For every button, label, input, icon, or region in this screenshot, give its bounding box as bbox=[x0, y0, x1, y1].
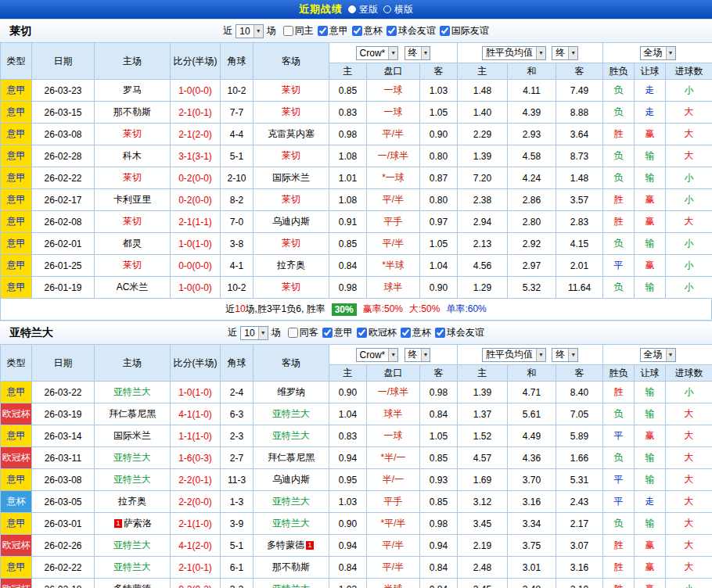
team-name-link[interactable]: 亚特兰大 bbox=[113, 386, 151, 397]
checkbox-label: 意杯 bbox=[364, 24, 383, 38]
team-name-link[interactable]: 拜仁慕尼黑 bbox=[109, 408, 156, 419]
team-name-link[interactable]: 国际米兰 bbox=[272, 172, 310, 183]
team-name-link[interactable]: 拉齐奥 bbox=[118, 496, 146, 507]
avg-type-select[interactable]: 胜平负均值▼ bbox=[482, 46, 546, 60]
filter-checkbox-意甲[interactable]: 意甲 bbox=[318, 24, 348, 38]
recent-count-select[interactable]: 10▼ bbox=[240, 326, 268, 340]
score-cell[interactable]: 2-1(0-1) bbox=[171, 102, 221, 124]
checkbox-input[interactable] bbox=[352, 26, 362, 36]
odds-company-select[interactable]: Crow*▼ bbox=[356, 46, 399, 60]
filter-checkbox-同主[interactable]: 同主 bbox=[283, 24, 314, 38]
filter-checkbox-球会友谊[interactable]: 球会友谊 bbox=[435, 326, 484, 339]
team-name-link[interactable]: 莱切 bbox=[123, 128, 142, 139]
avg-type-select[interactable]: 胜平负均值▼ bbox=[482, 348, 546, 362]
team-name-link[interactable]: 1萨索洛 bbox=[113, 518, 152, 529]
team-name-link[interactable]: 亚特兰大 bbox=[113, 452, 151, 463]
team-name-link[interactable]: 那不勒斯 bbox=[113, 106, 151, 117]
team-name-link[interactable]: 科木 bbox=[123, 150, 142, 161]
team-name-link[interactable]: 莱切 bbox=[282, 194, 300, 205]
team-name-link[interactable]: 莱切 bbox=[282, 150, 300, 161]
odds-state-select[interactable]: 终▼ bbox=[405, 348, 431, 362]
scope-select[interactable]: 全场▼ bbox=[640, 348, 676, 362]
scope-select[interactable]: 全场▼ bbox=[640, 46, 676, 60]
team-name-link[interactable]: 莱切 bbox=[123, 260, 142, 271]
team-name-link[interactable]: 拜仁慕尼黑 bbox=[268, 452, 315, 463]
team-name-link[interactable]: 亚特兰大 bbox=[272, 496, 310, 507]
team-name-link[interactable]: 亚特兰大 bbox=[113, 540, 151, 550]
filter-checkbox-欧冠杯[interactable]: 欧冠杯 bbox=[357, 326, 397, 339]
team-name-link[interactable]: 拉齐奥 bbox=[277, 260, 305, 271]
team-name-link[interactable]: 多特蒙德 bbox=[113, 583, 151, 588]
team-name-link[interactable]: 乌迪内斯 bbox=[272, 474, 310, 485]
score-cell[interactable]: 4-1(2-0) bbox=[171, 535, 221, 557]
team-name-link[interactable]: 亚特兰大 bbox=[113, 561, 151, 572]
team-name-link[interactable]: 亚特兰大 bbox=[113, 474, 151, 485]
score-cell[interactable]: 1-0(0-0) bbox=[171, 80, 221, 102]
score-cell[interactable]: 2-1(0-1) bbox=[171, 557, 221, 579]
score-cell[interactable]: 0-2(0-2) bbox=[171, 579, 221, 588]
checkbox-input[interactable] bbox=[401, 328, 411, 338]
filter-checkbox-球会友谊[interactable]: 球会友谊 bbox=[387, 24, 436, 38]
checkbox-input[interactable] bbox=[322, 328, 333, 338]
checkbox-input[interactable] bbox=[288, 328, 298, 338]
score-cell[interactable]: 1-0(0-0) bbox=[171, 277, 221, 299]
team-name-link[interactable]: 卡利亚里 bbox=[113, 194, 151, 205]
team-name-link[interactable]: 亚特兰大 bbox=[272, 518, 310, 529]
avg-state-select[interactable]: 终▼ bbox=[552, 46, 578, 60]
score-cell[interactable]: 0-2(0-0) bbox=[171, 189, 221, 211]
goals-result-cell: 大 bbox=[666, 491, 712, 513]
odds-state-select[interactable]: 终▼ bbox=[405, 46, 431, 60]
checkbox-input[interactable] bbox=[357, 328, 367, 338]
team-name-link[interactable]: 亚特兰大 bbox=[272, 583, 310, 588]
away-team-cell: 多特蒙德1 bbox=[254, 535, 329, 557]
team-name-link[interactable]: 亚特兰大 bbox=[272, 408, 310, 419]
score-cell[interactable]: 2-1(2-0) bbox=[171, 124, 221, 145]
team-name-link[interactable]: AC米兰 bbox=[117, 281, 149, 292]
team-name-link[interactable]: 克雷莫内塞 bbox=[268, 128, 315, 139]
team-name-link[interactable]: 国际米兰 bbox=[113, 430, 151, 441]
team-name-link[interactable]: 都灵 bbox=[123, 238, 142, 249]
odds-company-select[interactable]: Crow*▼ bbox=[356, 348, 399, 362]
filter-checkbox-国际友谊[interactable]: 国际友谊 bbox=[440, 24, 489, 38]
score-cell[interactable]: 4-1(1-0) bbox=[171, 403, 221, 425]
team-name-link[interactable]: 维罗纳 bbox=[277, 386, 305, 397]
team-name-link[interactable]: 莱切 bbox=[123, 172, 142, 183]
score-cell[interactable]: 0-0(0-0) bbox=[171, 255, 221, 277]
team-name-link[interactable]: 那不勒斯 bbox=[272, 561, 310, 572]
team-name-link[interactable]: 乌迪内斯 bbox=[272, 216, 310, 227]
score-cell[interactable]: 0-2(0-0) bbox=[171, 167, 221, 189]
score-cell[interactable]: 1-0(1-0) bbox=[171, 233, 221, 255]
filter-checkbox-意杯[interactable]: 意杯 bbox=[401, 326, 431, 339]
checkbox-input[interactable] bbox=[440, 26, 450, 36]
team-name-link[interactable]: 莱切 bbox=[282, 106, 300, 117]
checkbox-input[interactable] bbox=[435, 328, 445, 338]
filter-checkbox-意甲[interactable]: 意甲 bbox=[322, 326, 353, 339]
recent-count-select[interactable]: 10▼ bbox=[236, 24, 263, 38]
team-name-link[interactable]: 多特蒙德1 bbox=[267, 540, 315, 550]
horizontal-radio-icon[interactable] bbox=[383, 5, 391, 13]
checkbox-input[interactable] bbox=[318, 26, 328, 36]
score-cell[interactable]: 1-0(1-0) bbox=[171, 382, 221, 403]
vertical-radio-icon[interactable] bbox=[348, 5, 356, 13]
score-cell[interactable]: 2-1(1-0) bbox=[171, 513, 221, 535]
team-name-link[interactable]: 莱切 bbox=[123, 216, 142, 227]
team-name-link[interactable]: 莱切 bbox=[282, 238, 300, 249]
checkbox-input[interactable] bbox=[283, 26, 293, 36]
horizontal-layout-option[interactable]: 横版 bbox=[383, 3, 413, 16]
score-cell[interactable]: 1-1(1-0) bbox=[171, 425, 221, 447]
vertical-layout-option[interactable]: 竖版 bbox=[348, 3, 378, 16]
avg-state-select[interactable]: 终▼ bbox=[552, 348, 578, 362]
team-name-link[interactable]: 莱切 bbox=[282, 84, 300, 95]
checkbox-input[interactable] bbox=[387, 26, 397, 36]
score-cell[interactable]: 2-2(0-0) bbox=[171, 491, 221, 513]
avg-home-cell: 1.40 bbox=[458, 102, 508, 124]
filter-checkbox-同客[interactable]: 同客 bbox=[288, 326, 318, 339]
team-name-link[interactable]: 罗马 bbox=[123, 84, 142, 95]
score-cell[interactable]: 1-6(0-3) bbox=[171, 447, 221, 469]
score-cell[interactable]: 3-1(3-1) bbox=[171, 145, 221, 167]
score-cell[interactable]: 2-2(0-1) bbox=[171, 469, 221, 491]
team-name-link[interactable]: 莱切 bbox=[282, 281, 300, 292]
score-cell[interactable]: 2-1(1-1) bbox=[171, 211, 221, 233]
filter-checkbox-意杯[interactable]: 意杯 bbox=[352, 24, 383, 38]
team-name-link[interactable]: 亚特兰大 bbox=[272, 430, 310, 441]
